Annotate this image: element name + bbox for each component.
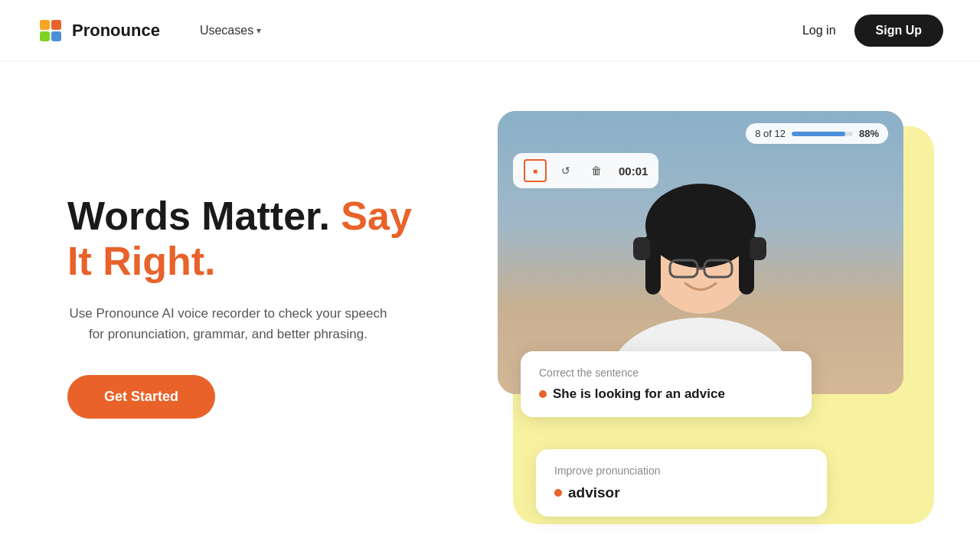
nav-right: Log in Sign Up bbox=[802, 15, 943, 47]
replay-icon[interactable]: ↺ bbox=[554, 159, 577, 182]
svg-rect-2 bbox=[51, 20, 61, 30]
hero-left: Words Matter. Say It Right. Use Pronounc… bbox=[37, 194, 435, 419]
chevron-down-icon: ▾ bbox=[256, 25, 261, 36]
red-dot-icon-2 bbox=[554, 489, 562, 497]
controls-bar: ■ ↺ 🗑 00:01 bbox=[513, 153, 658, 188]
sentence-text: She is looking for an advice bbox=[553, 386, 725, 402]
signup-button[interactable]: Sign Up bbox=[854, 15, 943, 47]
mockup-container: 8 of 12 88% ■ ↺ 🗑 00:01 bbox=[498, 111, 926, 501]
svg-rect-4 bbox=[51, 31, 61, 41]
usecases-menu[interactable]: Usecases ▾ bbox=[197, 19, 264, 42]
svg-rect-10 bbox=[633, 237, 650, 260]
sentence-content: She is looking for an advice bbox=[539, 386, 793, 402]
heading-part1: Words Matter. bbox=[67, 194, 330, 238]
progress-indicator: 8 of 12 88% bbox=[746, 123, 888, 144]
hero-section: Words Matter. Say It Right. Use Pronounc… bbox=[0, 61, 980, 551]
navbar: Pronounce Usecases ▾ Log in Sign Up bbox=[0, 0, 980, 61]
progress-label: 8 of 12 bbox=[755, 128, 786, 139]
sentence-card-label: Correct the sentence bbox=[539, 367, 793, 379]
get-started-button[interactable]: Get Started bbox=[67, 375, 215, 419]
login-button[interactable]: Log in bbox=[802, 24, 836, 37]
delete-icon[interactable]: 🗑 bbox=[585, 159, 608, 182]
logo-text: Pronounce bbox=[72, 21, 160, 41]
usecases-label: Usecases bbox=[200, 24, 253, 37]
logo-link[interactable]: Pronounce bbox=[37, 17, 160, 44]
hero-subtext: Use Pronounce AI voice recorder to check… bbox=[67, 303, 389, 344]
logo-icon bbox=[37, 17, 64, 44]
sentence-card: Correct the sentence She is looking for … bbox=[521, 351, 812, 417]
progress-fill bbox=[792, 132, 845, 136]
hero-heading: Words Matter. Say It Right. bbox=[67, 194, 435, 285]
pronunciation-content: advisor bbox=[554, 484, 808, 501]
svg-rect-3 bbox=[40, 31, 50, 41]
hero-right: 8 of 12 88% ■ ↺ 🗑 00:01 bbox=[481, 61, 943, 551]
red-dot-icon bbox=[539, 390, 547, 398]
timer-display: 00:01 bbox=[619, 165, 648, 178]
pronunciation-card-label: Improve pronunciation bbox=[554, 465, 808, 477]
svg-rect-11 bbox=[750, 237, 766, 260]
pronunciation-card: Improve pronunciation advisor bbox=[536, 449, 827, 517]
progress-track bbox=[792, 132, 853, 136]
nav-middle: Usecases ▾ bbox=[197, 19, 264, 42]
pronunciation-word: advisor bbox=[568, 484, 620, 501]
svg-rect-1 bbox=[40, 20, 50, 30]
stop-icon[interactable]: ■ bbox=[524, 159, 547, 182]
progress-percent: 88% bbox=[859, 128, 879, 139]
